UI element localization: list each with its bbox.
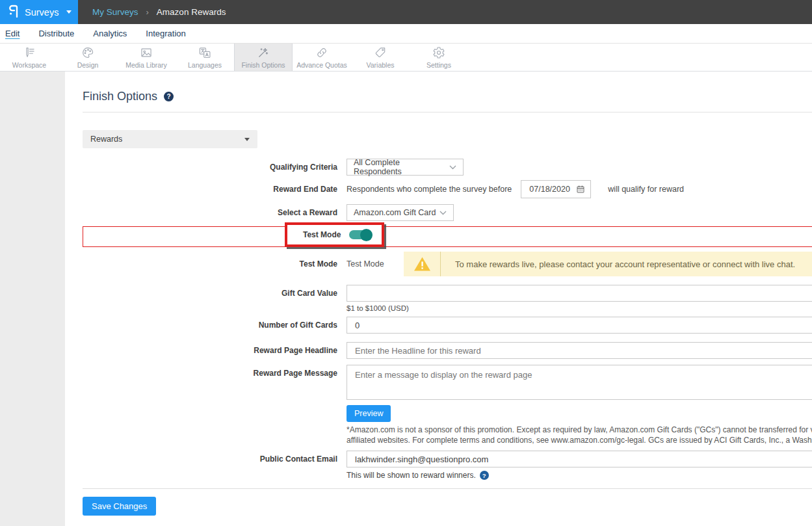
breadcrumb: My Surveys › Amazon Rewards <box>92 0 226 24</box>
tab-analytics[interactable]: Analytics <box>93 29 127 38</box>
amazon-disclaimer-line-1: *Amazon.com is not a sponsor of this pro… <box>347 425 812 436</box>
test-mode-toggle-label: Test Mode <box>303 230 341 239</box>
toolbar-item-label: Variables <box>367 61 395 69</box>
public-contact-email-helper: This will be shown to reward winners. <box>347 471 476 480</box>
finish-option-type-value: Rewards <box>90 135 122 144</box>
toolbar-item-advance-quotas[interactable]: Advance Quotas <box>293 44 351 71</box>
number-of-gift-cards-row: Number of Gift Cards <box>83 317 812 334</box>
select-a-reward-value: Amazon.com Gift Card <box>354 208 436 217</box>
public-contact-email-input[interactable] <box>347 451 812 467</box>
design-palette-icon <box>81 46 94 59</box>
chevron-down-icon <box>439 211 447 215</box>
advance-quotas-links-icon <box>315 46 328 59</box>
test-mode-warning-banner: To make rewards live, please contact you… <box>404 252 812 276</box>
calendar-icon <box>576 185 585 194</box>
toggle-knob <box>360 229 373 241</box>
top-header-bar: Surveys My Surveys › Amazon Rewards <box>0 0 812 24</box>
main-nav-tabs: Edit Distribute Analytics Integration <box>0 24 812 44</box>
product-menu[interactable]: Surveys <box>0 0 78 24</box>
toolbar-item-workspace[interactable]: Workspace <box>0 44 59 71</box>
languages-icon <box>198 46 211 59</box>
tab-distribute[interactable]: Distribute <box>38 29 74 38</box>
finish-options-panel: Finish Options ? Rewards Qualifying Crit… <box>65 72 812 526</box>
chevron-down-icon <box>66 10 72 14</box>
email-help-icon[interactable]: ? <box>480 471 489 480</box>
chevron-down-icon <box>449 165 456 170</box>
select-a-reward-label: Select a Reward <box>83 208 337 217</box>
toolbar-item-media-library[interactable]: Media Library <box>117 44 176 71</box>
finish-options-wand-icon <box>257 46 270 59</box>
gift-card-value-input[interactable] <box>347 285 812 302</box>
toolbar-item-label: Workspace <box>12 61 46 69</box>
edit-toolbar: Workspace Design Media Library Languages <box>0 44 812 72</box>
tab-edit[interactable]: Edit <box>5 29 20 38</box>
chevron-down-icon <box>244 138 250 141</box>
reward-page-message-row: Reward Page Message <box>83 365 812 400</box>
toolbar-item-label: Advance Quotas <box>296 61 347 69</box>
toolbar-item-finish-options[interactable]: Finish Options <box>234 44 293 71</box>
toolbar-item-settings[interactable]: Settings <box>410 44 468 71</box>
breadcrumb-separator: › <box>146 7 149 17</box>
media-library-icon <box>140 46 153 59</box>
number-of-gift-cards-input[interactable] <box>347 317 812 334</box>
test-mode-status-value: Test Mode <box>347 259 404 269</box>
qualifying-criteria-label: Qualifying Criteria <box>83 163 337 172</box>
reward-page-headline-label: Reward Page Headline <box>83 346 337 355</box>
toolbar-item-label: Design <box>77 61 99 69</box>
warning-triangle-icon <box>404 252 440 276</box>
reward-end-date-prefix: Respondents who complete the survey befo… <box>347 185 512 194</box>
finish-option-type-dropdown[interactable]: Rewards <box>83 130 257 148</box>
toolbar-item-label: Settings <box>426 61 451 69</box>
qualifying-criteria-value: All Complete Respondents <box>354 158 449 176</box>
settings-gear-icon <box>432 46 445 59</box>
select-a-reward-row: Select a Reward Amazon.com Gift Card <box>83 204 812 221</box>
qualifying-criteria-row: Qualifying Criteria All Complete Respond… <box>83 159 812 176</box>
toolbar-item-variables[interactable]: Variables <box>351 44 410 71</box>
questionpro-logo-icon <box>8 5 19 20</box>
tab-integration[interactable]: Integration <box>146 29 185 38</box>
rewards-form: Qualifying Criteria All Complete Respond… <box>83 159 812 516</box>
preview-button[interactable]: Preview <box>347 405 391 422</box>
toolbar-item-languages[interactable]: Languages <box>176 44 234 71</box>
breadcrumb-my-surveys[interactable]: My Surveys <box>92 7 138 17</box>
toolbar-item-label: Languages <box>188 61 222 69</box>
toolbar-item-label: Media Library <box>125 61 167 69</box>
amazon-disclaimer-line-2: affiliated websites. For complete terms … <box>347 436 812 446</box>
reward-end-date-input[interactable]: 07/18/2020 <box>521 180 591 198</box>
toolbar-item-design[interactable]: Design <box>59 44 117 71</box>
annotation-highlight-box: Test Mode <box>285 222 384 247</box>
toolbar-item-label: Finish Options <box>241 61 285 69</box>
test-mode-toggle[interactable] <box>349 230 371 239</box>
reward-page-message-textarea[interactable] <box>347 365 812 400</box>
select-a-reward-select[interactable]: Amazon.com Gift Card <box>347 204 454 221</box>
gift-card-value-label: Gift Card Value <box>83 285 337 302</box>
reward-page-headline-row: Reward Page Headline <box>83 342 812 359</box>
title-divider <box>83 112 812 112</box>
variables-tag-icon <box>374 46 387 59</box>
reward-end-date-value: 07/18/2020 <box>529 185 570 194</box>
bottom-divider <box>83 488 812 489</box>
reward-end-date-suffix: will qualify for reward <box>608 185 684 194</box>
product-menu-label: Surveys <box>25 7 59 18</box>
page-title: Finish Options <box>83 90 157 103</box>
annotation-highlight-strip: Test Mode <box>83 226 812 247</box>
reward-page-message-label: Reward Page Message <box>83 365 337 382</box>
test-mode-status-label: Test Mode <box>83 259 337 269</box>
qualifying-criteria-select[interactable]: All Complete Respondents <box>347 159 464 176</box>
amazon-disclaimer: *Amazon.com is not a sponsor of this pro… <box>347 425 812 445</box>
save-changes-button[interactable]: Save Changes <box>83 497 156 516</box>
reward-end-date-row: Reward End Date Respondents who complete… <box>83 180 812 198</box>
reward-end-date-label: Reward End Date <box>83 185 337 194</box>
public-contact-email-row: Public Contact Email This will be shown … <box>83 451 812 480</box>
gift-card-value-helper: $1 to $1000 (USD) <box>347 304 812 312</box>
breadcrumb-current-survey: Amazon Rewards <box>157 7 226 17</box>
warning-message: To make rewards live, please contact you… <box>441 252 795 276</box>
workspace-icon <box>23 46 36 59</box>
test-mode-status-row: Test Mode Test Mode To make rewards live… <box>83 252 812 276</box>
number-of-gift-cards-label: Number of Gift Cards <box>83 321 337 330</box>
public-contact-email-label: Public Contact Email <box>83 451 337 467</box>
reward-page-headline-input[interactable] <box>347 342 812 359</box>
page-help-icon[interactable]: ? <box>164 92 174 101</box>
gift-card-value-row: Gift Card Value $1 to $1000 (USD) <box>83 285 812 312</box>
